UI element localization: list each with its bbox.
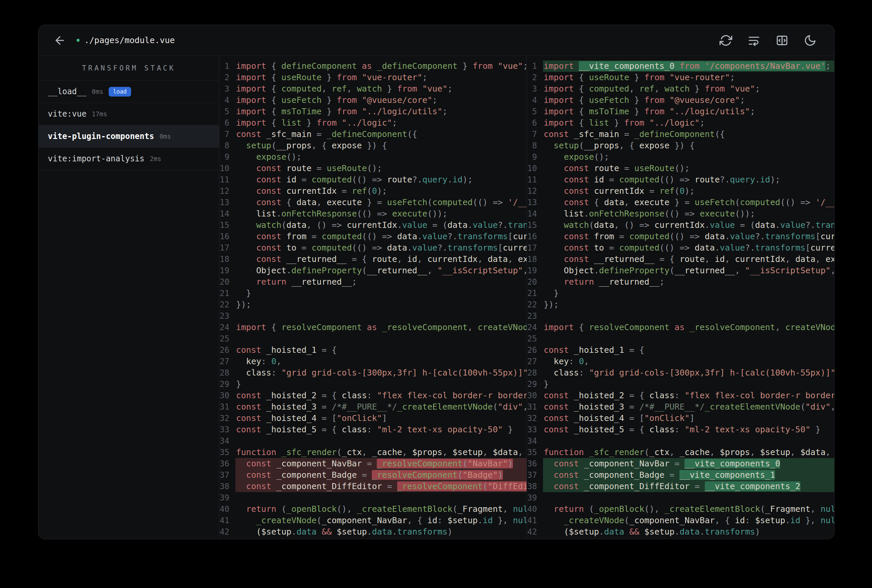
- code-token: data: [680, 527, 699, 537]
- code-token: computed: [322, 231, 362, 241]
- code-token: const: [544, 345, 574, 355]
- transformed-code-pane[interactable]: 1import __vite_components_0 from '/compo…: [526, 56, 834, 539]
- code-token: ,: [402, 447, 412, 457]
- code-token: :: [261, 357, 271, 366]
- refresh-button[interactable]: [717, 32, 735, 49]
- code-line: 26const _hoisted_1 = {: [527, 345, 834, 356]
- code-token: _hoisted_5: [266, 424, 317, 434]
- code-token: ;: [432, 95, 438, 105]
- code-token: defineComponent: [281, 61, 357, 71]
- code-text: const _hoisted_2 = { class: "flex flex-c…: [543, 390, 834, 401]
- code-token: $setup: [755, 516, 785, 525]
- code-token: import: [236, 84, 271, 93]
- code-token: [236, 277, 256, 286]
- code-text: import { useFetch } from "@vueuse/core";: [235, 94, 526, 106]
- code-token: _defineComponent: [377, 61, 457, 71]
- code-line: 18 const __returned__ = { route, id, cur…: [527, 254, 834, 265]
- code-text: const _hoisted_1 = {: [235, 345, 526, 356]
- code-line: 40 return (_openBlock(), _createElementB…: [527, 504, 834, 515]
- code-text: list.onFetchResponse(() => execute());: [543, 208, 834, 219]
- code-token: ,: [276, 357, 281, 366]
- code-text: const _hoisted_2 = { class: "flex flex-c…: [235, 390, 526, 401]
- code-token: , () =>: [614, 220, 654, 230]
- code-token: $data: [800, 447, 825, 457]
- window-header: ./pages/module.vue: [38, 25, 834, 56]
- code-token: =: [362, 459, 377, 468]
- transform-stack-item-vite-plugin-components[interactable]: vite-plugin-components0ms: [38, 125, 219, 148]
- line-number: 12: [220, 185, 235, 197]
- code-token: data: [488, 254, 508, 264]
- code-line: 33const _hoisted_5 = { class: "ml-2 text…: [527, 424, 834, 435]
- code-token: (() =>: [352, 243, 387, 253]
- code-token: ());: [427, 209, 447, 219]
- code-token: route: [680, 254, 705, 264]
- code-token: }: [629, 95, 644, 105]
- code-line: 24import { resolveComponent as _resolveC…: [220, 322, 526, 333]
- code-token: defineProperty: [599, 266, 670, 275]
- code-token: (() =>: [473, 198, 508, 207]
- code-token: [544, 175, 564, 184]
- code-line: 12 const currentIdx = ref(0);: [527, 185, 834, 197]
- code-line: 19 Object.defineProperty(__returned__, "…: [220, 265, 526, 276]
- code-token: :: [674, 424, 684, 434]
- transform-stack-sidebar: TRANSFORM STACK __load__0msloadvite:vue1…: [38, 56, 220, 539]
- code-token: as: [669, 322, 689, 332]
- code-token: currentIdx: [427, 254, 478, 264]
- code-token: },: [493, 516, 513, 525]
- code-token: from: [397, 84, 422, 93]
- code-token: }: [457, 61, 472, 71]
- code-token: [236, 459, 246, 468]
- inspect-window: ./pages/module.vue: [38, 25, 834, 539]
- code-token: value: [402, 220, 427, 230]
- code-token: return: [554, 504, 589, 514]
- transform-stack-item-load[interactable]: __load__0msload: [38, 81, 219, 103]
- code-token: _component_NavBar: [629, 516, 715, 525]
- code-token: 0: [680, 186, 684, 196]
- transform-stack-item-vite-vue[interactable]: vite:vue17ms: [38, 103, 219, 125]
- code-line: 23: [527, 310, 834, 322]
- code-line: 30const _hoisted_2 = { class: "flex flex…: [527, 390, 834, 401]
- code-token: _createVNode: [256, 516, 317, 525]
- diff-changed-token: __vite_components_0: [579, 61, 674, 71]
- code-token: id: [453, 175, 462, 184]
- code-token: :: [367, 424, 377, 434]
- code-token: .: [468, 220, 472, 230]
- code-line: 29}: [527, 378, 834, 390]
- code-line: 10 const route = useRoute();: [527, 163, 834, 174]
- code-text: const { data, execute } = useFetch(compu…: [235, 197, 526, 208]
- code-token: _Fragment: [457, 504, 502, 514]
- wrap-lines-button[interactable]: [744, 32, 763, 49]
- code-token: defineProperty: [292, 266, 362, 275]
- line-number: 37: [527, 470, 543, 481]
- split-view-button[interactable]: [773, 32, 791, 49]
- code-token: const: [236, 424, 266, 434]
- code-token: currentIdx: [810, 243, 834, 253]
- code-text: ($setup.data && $setup.data.transforms): [235, 526, 526, 537]
- code-token: transforms: [447, 243, 498, 253]
- code-token: import: [236, 118, 271, 128]
- code-token: ?.: [498, 220, 508, 230]
- dark-mode-button[interactable]: [801, 32, 819, 49]
- line-number: 13: [527, 197, 543, 208]
- code-token: data: [695, 243, 715, 253]
- code-token: ;: [755, 84, 760, 93]
- line-number: 16: [220, 231, 235, 242]
- line-number: 5: [527, 106, 543, 117]
- line-number: 21: [220, 288, 235, 299]
- code-line: 42 ($setup.data && $setup.data.transform…: [220, 526, 526, 537]
- code-token: }: [544, 288, 559, 298]
- code-token: watch: [564, 220, 589, 230]
- code-token: (: [544, 527, 569, 537]
- code-token: ,: [503, 504, 513, 514]
- code-token: $setup: [453, 447, 483, 457]
- code-text: const _hoisted_4 = ["onClick"]: [235, 412, 526, 424]
- transform-stack-item-vite-import-analysis[interactable]: vite:import-analysis2ms: [38, 148, 219, 170]
- back-button[interactable]: [51, 32, 69, 49]
- code-line: 18 const __returned__ = { route, id, cur…: [220, 254, 526, 265]
- code-text: return __returned__;: [543, 276, 834, 288]
- line-number: 38: [527, 481, 543, 492]
- code-token: setup: [554, 141, 579, 150]
- code-token: ,: [478, 254, 488, 264]
- code-text: }: [543, 288, 834, 299]
- original-code-pane[interactable]: 1import { defineComponent as _defineComp…: [220, 56, 526, 539]
